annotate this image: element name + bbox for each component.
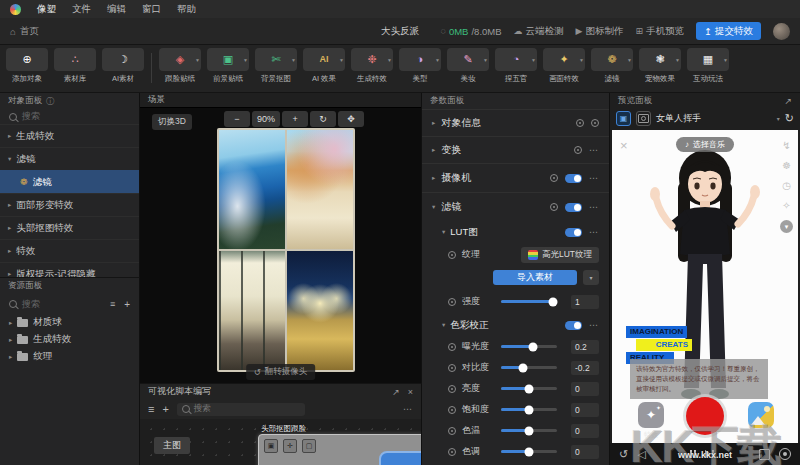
loop-icon[interactable]: ↺	[619, 449, 628, 460]
next-frame-button[interactable]	[705, 450, 714, 458]
toolbar-item-foreground-sticker[interactable]: ▣▼前景贴纸	[205, 48, 251, 84]
zoom-out-button[interactable]: −	[224, 111, 250, 127]
pop-out-icon[interactable]: ↗	[392, 387, 400, 397]
add-node-button[interactable]: +	[162, 403, 168, 415]
keyframe-icon[interactable]	[448, 406, 456, 414]
keyframe-icon[interactable]	[448, 298, 456, 306]
toolbar-item-material-library[interactable]: ∴素材库	[52, 48, 98, 84]
script-node-partial[interactable]	[379, 451, 421, 465]
pop-out-icon[interactable]: ↗	[784, 96, 792, 106]
chevron-right-icon[interactable]: ▸	[9, 353, 12, 361]
chevron-down-icon[interactable]: ▼	[435, 57, 440, 63]
object-item-filter-group[interactable]: ▾ 滤镜	[0, 147, 139, 170]
phone-preview-button[interactable]: ⊞ 手机预览	[635, 25, 684, 38]
object-item-generate-effect[interactable]: ▸ 生成特效	[0, 124, 139, 147]
keyframe-icon[interactable]	[448, 385, 456, 393]
section-object-info[interactable]: ▸ 对象信息	[422, 109, 609, 136]
chevron-right-icon[interactable]: ▸	[9, 319, 12, 327]
rotate-icon[interactable]: ↻	[310, 111, 336, 127]
keyframe-icon[interactable]	[448, 364, 456, 372]
canvas-image-cafe[interactable]	[219, 251, 285, 370]
solo-icon[interactable]	[576, 119, 584, 127]
refresh-icon[interactable]: ↻	[785, 112, 794, 125]
chevron-right-icon[interactable]: ▸	[8, 201, 11, 209]
keyframe-icon[interactable]	[448, 251, 456, 259]
more-options-icon[interactable]: ⋯	[589, 202, 599, 212]
collapse-chevron-button[interactable]: ▼	[780, 220, 793, 233]
toolbar-item-background-matting[interactable]: ✄▼背景抠图	[253, 48, 299, 84]
pose-selector-dropdown[interactable]: 女单人挥手 ▾	[656, 112, 780, 125]
toolbar-item-filter[interactable]: ❁▼滤镜	[589, 48, 635, 84]
slider-thumb[interactable]	[525, 447, 534, 456]
home-button[interactable]: ⌂ 首页	[10, 25, 39, 38]
script-graph-canvas[interactable]: 主图 头部抠图跟脸 ▣ ✛ ▢	[140, 419, 421, 465]
cloud-check-button[interactable]: ☁ 云端检测	[514, 25, 564, 38]
menu-file[interactable]: 文件	[72, 3, 91, 16]
toolbar-item-makeup[interactable]: ✎▼美妆	[445, 48, 491, 84]
chevron-right-icon[interactable]: ▸	[8, 224, 11, 232]
chevron-right-icon[interactable]: ▸	[9, 336, 12, 344]
strength-value[interactable]: 1	[571, 295, 599, 309]
canvas-image-night-street[interactable]	[287, 251, 353, 370]
object-item-face-deform[interactable]: ▸ 面部形变特效	[0, 193, 139, 216]
effects-button[interactable]: ✦	[638, 402, 664, 428]
resource-search-input[interactable]: 搜索	[22, 298, 40, 311]
record-indicator-icon[interactable]	[779, 448, 791, 460]
slider-thumb[interactable]	[525, 405, 534, 414]
timer-icon[interactable]: ◷	[782, 180, 791, 191]
object-item-head-matting[interactable]: ▸ 头部抠图特效	[0, 216, 139, 239]
chevron-down-icon[interactable]: ▼	[243, 57, 248, 63]
menu-icon[interactable]: ≡	[148, 403, 154, 415]
param-slider[interactable]	[501, 366, 557, 369]
keyframe-icon[interactable]	[448, 448, 456, 456]
more-options-icon[interactable]: ⋯	[589, 320, 599, 330]
slider-thumb[interactable]	[528, 342, 537, 351]
object-item-filter-selected[interactable]: ❁ 滤镜	[0, 170, 139, 193]
param-slider[interactable]	[501, 387, 557, 390]
toolbar-item-ai-effect[interactable]: AI▼AI 效果	[301, 48, 347, 84]
object-search-input[interactable]: 搜索	[0, 109, 139, 124]
strength-slider[interactable]	[501, 300, 557, 303]
camera-mode-button[interactable]	[636, 111, 651, 126]
param-slider[interactable]	[501, 429, 557, 432]
hand-port-icon[interactable]: ✛	[283, 439, 297, 453]
pause-button[interactable]	[690, 450, 696, 458]
zoom-level[interactable]: 90%	[252, 111, 280, 127]
canvas-image-grid[interactable]	[217, 128, 355, 372]
chevron-down-icon[interactable]: ▼	[291, 57, 296, 63]
toolbar-item-add-object[interactable]: ⊕添加对象	[4, 48, 50, 84]
main-image-node[interactable]: 主图	[154, 437, 190, 454]
section-transform[interactable]: ▸ 变换 ⋯	[422, 136, 609, 163]
filter-list-icon[interactable]: ≡	[110, 299, 115, 310]
toolbar-item-screen-effect[interactable]: ✦▼画面特效	[541, 48, 587, 84]
chevron-right-icon[interactable]: ▸	[8, 132, 11, 140]
speaker-icon[interactable]: ◁	[637, 449, 645, 460]
select-music-button[interactable]: ♪ 选择音乐	[676, 137, 734, 152]
switch-3d-button[interactable]: 切换3D	[152, 114, 192, 130]
zoom-in-button[interactable]: +	[282, 111, 308, 127]
toolbar-item-pinch-features[interactable]: ◔▼捏五官	[493, 48, 539, 84]
chevron-down-icon[interactable]: ▾	[442, 228, 445, 236]
chevron-down-icon[interactable]: ▼	[675, 57, 680, 63]
solo-icon[interactable]	[550, 174, 558, 182]
chevron-down-icon[interactable]: ▼	[627, 57, 632, 63]
canvas-image-ocean[interactable]	[219, 130, 285, 249]
chevron-down-icon[interactable]: ▾	[8, 155, 11, 163]
resource-folder-item[interactable]: ▸纹理	[0, 348, 139, 365]
frame-port-icon[interactable]: ▢	[302, 439, 316, 453]
close-icon[interactable]: ×	[408, 387, 413, 397]
canvas-image-stairway[interactable]	[287, 130, 353, 249]
slider-value[interactable]: 0	[571, 382, 599, 396]
toolbar-item-ai-material[interactable]: ☽AI素材	[100, 48, 146, 84]
slider-thumb[interactable]	[525, 426, 534, 435]
preview-viewport[interactable]: × ♪ 选择音乐 ↯ ☸ ◷ ✧ ▼	[612, 130, 798, 443]
slider-thumb[interactable]	[519, 363, 528, 372]
keyframe-icon[interactable]	[448, 343, 456, 351]
more-options-icon[interactable]: ⋯	[589, 145, 599, 155]
close-overlay-icon[interactable]: ×	[620, 138, 628, 153]
chevron-right-icon[interactable]: ▸	[8, 247, 11, 255]
lut-toggle[interactable]	[565, 228, 582, 237]
camera-toggle[interactable]	[565, 174, 582, 183]
record-button[interactable]	[686, 397, 724, 435]
param-slider[interactable]	[501, 345, 557, 348]
